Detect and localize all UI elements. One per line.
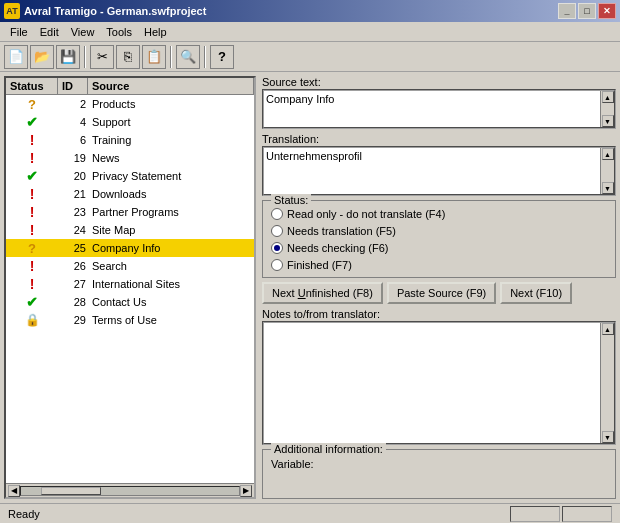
- status-bar-panels: [510, 506, 612, 522]
- list-item[interactable]: 🔒 29 Terms of Use: [6, 311, 254, 329]
- translation-list: Status ID Source ? 2 Products ✔ 4 Suppor…: [4, 76, 256, 499]
- list-item[interactable]: ! 24 Site Map: [6, 221, 254, 239]
- green-check-icon: ✔: [26, 168, 38, 184]
- menu-view[interactable]: View: [65, 25, 101, 39]
- menu-edit[interactable]: Edit: [34, 25, 65, 39]
- toolbar-save-button[interactable]: 💾: [56, 45, 80, 69]
- scrollbar-thumb[interactable]: [41, 487, 101, 495]
- list-item[interactable]: ! 21 Downloads: [6, 185, 254, 203]
- status-icon: ✔: [6, 294, 58, 310]
- list-item[interactable]: ? 25 Company Info: [6, 239, 254, 257]
- status-option-3[interactable]: Finished (F7): [271, 256, 607, 273]
- status-icon: ?: [6, 97, 58, 112]
- status-option-1[interactable]: Needs translation (F5): [271, 222, 607, 239]
- status-option-0[interactable]: Read only - do not translate (F4): [271, 205, 607, 222]
- toolbar-open-button[interactable]: 📂: [30, 45, 54, 69]
- paste-source-button[interactable]: Paste Source (F9): [387, 282, 496, 304]
- list-item[interactable]: ! 26 Search: [6, 257, 254, 275]
- menu-tools[interactable]: Tools: [100, 25, 138, 39]
- list-item[interactable]: ! 19 News: [6, 149, 254, 167]
- list-item[interactable]: ✔ 4 Support: [6, 113, 254, 131]
- row-source: Downloads: [88, 188, 254, 200]
- translation-field: ▲ ▼: [262, 146, 616, 196]
- maximize-button[interactable]: □: [578, 3, 596, 19]
- toolbar-paste-button[interactable]: 📋: [142, 45, 166, 69]
- paste-source-label: Paste Source (F9): [397, 287, 486, 299]
- source-text-scrollbar[interactable]: ▲ ▼: [600, 91, 614, 127]
- scroll-left-button[interactable]: ◀: [8, 485, 20, 497]
- next-button[interactable]: Next (F10): [500, 282, 572, 304]
- horizontal-scroll-area[interactable]: ◀ ▶: [6, 483, 254, 497]
- row-source: Support: [88, 116, 254, 128]
- toolbar-new-button[interactable]: 📄: [4, 45, 28, 69]
- next-label: Next (F10): [510, 287, 562, 299]
- close-button[interactable]: ✕: [598, 3, 616, 19]
- notes-scrollbar[interactable]: ▲ ▼: [600, 323, 614, 443]
- status-icon: !: [6, 258, 58, 274]
- scroll-down[interactable]: ▼: [602, 431, 614, 443]
- green-check-icon: ✔: [26, 294, 38, 310]
- radio-button-2[interactable]: [271, 242, 283, 254]
- toolbar-copy-button[interactable]: ⎘: [116, 45, 140, 69]
- status-bar: Ready: [0, 503, 620, 523]
- status-icon: 🔒: [6, 313, 58, 327]
- list-item[interactable]: ✔ 20 Privacy Statement: [6, 167, 254, 185]
- radio-button-3[interactable]: [271, 259, 283, 271]
- menu-help[interactable]: Help: [138, 25, 173, 39]
- row-id: 2: [58, 98, 88, 110]
- radio-button-1[interactable]: [271, 225, 283, 237]
- row-source: Privacy Statement: [88, 170, 254, 182]
- list-body[interactable]: ? 2 Products ✔ 4 Support ! 6 Training ! …: [6, 95, 254, 483]
- radio-label-1: Needs translation (F5): [287, 225, 396, 237]
- scroll-down[interactable]: ▼: [602, 115, 614, 127]
- next-unfinished-button[interactable]: Next Unfinished (F8): [262, 282, 383, 304]
- row-source: Contact Us: [88, 296, 254, 308]
- header-id: ID: [58, 78, 88, 94]
- scroll-up[interactable]: ▲: [602, 323, 614, 335]
- scroll-up[interactable]: ▲: [602, 91, 614, 103]
- list-item[interactable]: ! 6 Training: [6, 131, 254, 149]
- status-options: Read only - do not translate (F4) Needs …: [271, 205, 607, 273]
- row-id: 21: [58, 188, 88, 200]
- source-text-input[interactable]: [264, 91, 600, 127]
- toolbar-find-button[interactable]: 🔍: [176, 45, 200, 69]
- toolbar-help-button[interactable]: ?: [210, 45, 234, 69]
- scroll-up[interactable]: ▲: [602, 148, 614, 160]
- row-id: 25: [58, 242, 88, 254]
- minimize-button[interactable]: _: [558, 3, 576, 19]
- status-group: Status: Read only - do not translate (F4…: [262, 200, 616, 278]
- translation-scrollbar[interactable]: ▲ ▼: [600, 148, 614, 194]
- horizontal-scrollbar[interactable]: [20, 486, 240, 496]
- translation-input[interactable]: [264, 148, 600, 194]
- variable-label: Variable:: [271, 458, 314, 470]
- row-id: 29: [58, 314, 88, 326]
- main-content: Status ID Source ? 2 Products ✔ 4 Suppor…: [0, 72, 620, 503]
- red-exclaim-icon: !: [30, 132, 35, 148]
- notes-input[interactable]: [264, 323, 600, 374]
- list-item[interactable]: ! 27 International Sites: [6, 275, 254, 293]
- red-exclaim-icon: !: [30, 276, 35, 292]
- row-id: 23: [58, 206, 88, 218]
- status-icon: ?: [6, 241, 58, 256]
- title-bar: AT Avral Tramigo - German.swfproject _ □…: [0, 0, 620, 22]
- status-option-2[interactable]: Needs checking (F6): [271, 239, 607, 256]
- red-exclaim-icon: !: [30, 258, 35, 274]
- menu-file[interactable]: File: [4, 25, 34, 39]
- toolbar-cut-button[interactable]: ✂: [90, 45, 114, 69]
- list-item[interactable]: ! 23 Partner Programs: [6, 203, 254, 221]
- row-source: International Sites: [88, 278, 254, 290]
- radio-label-2: Needs checking (F6): [287, 242, 389, 254]
- status-icon: !: [6, 186, 58, 202]
- list-item[interactable]: ? 2 Products: [6, 95, 254, 113]
- status-icon: !: [6, 204, 58, 220]
- row-id: 20: [58, 170, 88, 182]
- red-exclaim-icon: !: [30, 186, 35, 202]
- red-exclaim-icon: !: [30, 222, 35, 238]
- radio-label-0: Read only - do not translate (F4): [287, 208, 445, 220]
- scroll-down[interactable]: ▼: [602, 182, 614, 194]
- scroll-right-button[interactable]: ▶: [240, 485, 252, 497]
- radio-button-0[interactable]: [271, 208, 283, 220]
- status-icon: !: [6, 150, 58, 166]
- row-id: 19: [58, 152, 88, 164]
- list-item[interactable]: ✔ 28 Contact Us: [6, 293, 254, 311]
